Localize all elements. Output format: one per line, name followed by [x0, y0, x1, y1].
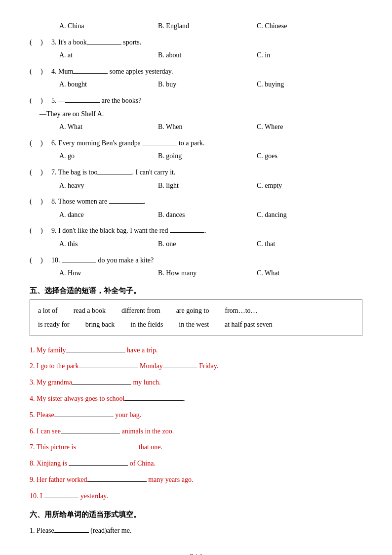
- option-c: C. empty: [257, 179, 355, 193]
- option-a: A. heavy: [59, 179, 158, 193]
- option-c: C. in: [257, 49, 355, 62]
- top-options: A. China B. England C. Chinese: [30, 20, 362, 33]
- word-box-row2: is ready for bring back in the fields in…: [38, 318, 354, 332]
- option-b: B. buy: [158, 78, 257, 91]
- option-c: C. buying: [257, 78, 355, 91]
- left-paren: (: [30, 94, 39, 108]
- phrase-5: from…to…: [225, 304, 258, 318]
- question-text: 8. Those women are .: [51, 195, 145, 209]
- option-b: B. How many: [158, 267, 257, 280]
- option-b: B. dances: [158, 209, 257, 222]
- fill-q9: 9. Her father worked many years ago.: [30, 472, 362, 488]
- question-text: 6. Every morning Ben's grandpa to a park…: [51, 137, 204, 150]
- question-text: 3. It's a book sports.: [51, 36, 141, 49]
- fill-questions: 1. My family have a trip. 2. I go to the…: [30, 343, 362, 504]
- question-8: ( ) 8. Those women are . A. dance B. dan…: [30, 195, 362, 221]
- option-c: C. Where: [257, 121, 355, 134]
- left-paren: (: [30, 36, 39, 49]
- question-text: 9. I don't like the black bag. I want th…: [51, 224, 206, 238]
- option-c: C. goes: [257, 150, 355, 163]
- phrase-10: at half past seven: [225, 318, 273, 332]
- fill-q7: 7. This picture is that one.: [30, 440, 362, 455]
- question-text: 4. Mum some apples yesterday.: [51, 65, 173, 79]
- right-paren: ): [40, 254, 49, 267]
- phrase-9: in the west: [179, 318, 209, 332]
- phrase-8: in the fields: [130, 318, 163, 332]
- option-b: B. one: [158, 238, 257, 251]
- phrase-3: different from: [121, 304, 160, 318]
- fill-q3: 3. My grandma my lunch.: [30, 375, 362, 390]
- question-6: ( ) 6. Every morning Ben's grandpa to a …: [30, 137, 362, 163]
- option-a: A. China: [59, 20, 158, 33]
- question-5: ( ) 5. — are the books? —They are on She…: [30, 94, 362, 134]
- question-text: 5. — are the books?: [51, 94, 141, 108]
- question-10: ( ) 10. do you make a kite? A. How B. Ho…: [30, 254, 362, 280]
- option-b: B. going: [158, 150, 257, 163]
- fill-q5: 5. Please your bag.: [30, 408, 362, 423]
- fill-q4: 4. My sister always goes to school.: [30, 391, 362, 407]
- phrase-4: are going to: [176, 304, 209, 318]
- right-paren: ): [40, 137, 49, 150]
- option-a: A. go: [59, 150, 158, 163]
- option-a: A. How: [59, 267, 158, 280]
- left-paren: (: [30, 224, 39, 238]
- option-a: A. at: [59, 49, 158, 62]
- left-paren: (: [30, 254, 39, 267]
- option-a: A. bought: [59, 78, 158, 91]
- right-paren: ): [40, 94, 49, 108]
- option-b: B. about: [158, 49, 257, 62]
- option-a: A. this: [59, 238, 158, 251]
- question-sub: —They are on Shelf A.: [39, 108, 104, 121]
- phrase-7: bring back: [85, 318, 115, 332]
- right-paren: ): [40, 224, 49, 238]
- option-b: B. light: [158, 179, 257, 193]
- left-paren: (: [30, 65, 39, 79]
- right-paren: ): [40, 195, 49, 209]
- fill-q1: 1. My family have a trip.: [30, 343, 362, 358]
- option-b: B. England: [158, 20, 257, 33]
- right-paren: ): [40, 36, 49, 49]
- phrase-2: read a book: [74, 304, 106, 318]
- question-text: 7. The bag is too. I can't carry it.: [51, 166, 176, 179]
- option-a: A. dance: [59, 209, 158, 222]
- left-paren: (: [30, 195, 39, 209]
- fill-q6: 6. I can see animals in the zoo.: [30, 424, 362, 439]
- question-9: ( ) 9. I don't like the black bag. I wan…: [30, 224, 362, 251]
- phrase-6: is ready for: [38, 318, 70, 332]
- option-c: C. dancing: [257, 209, 355, 222]
- question-4: ( ) 4. Mum some apples yesterday. A. bou…: [30, 65, 362, 91]
- word-box: a lot of read a book different from are …: [30, 299, 362, 336]
- fill-q8: 8. Xinjiang is of China.: [30, 456, 362, 471]
- option-b: B. When: [158, 121, 257, 134]
- left-paren: (: [30, 137, 39, 150]
- fill-q10: 10. I yesterday.: [30, 489, 362, 504]
- question-3: ( ) 3. It's a book sports. A. at B. abou…: [30, 36, 362, 62]
- phrase-1: a lot of: [38, 304, 58, 318]
- option-c: C. What: [257, 267, 355, 280]
- page-number: 2 / 4: [30, 553, 362, 555]
- right-paren: ): [40, 166, 49, 179]
- question-7: ( ) 7. The bag is too. I can't carry it.…: [30, 166, 362, 192]
- section6-title: 六、用所给单词的适当形式填空。: [30, 510, 362, 519]
- option-c: C. Chinese: [257, 20, 355, 33]
- option-c: C. that: [257, 238, 355, 251]
- left-paren: (: [30, 166, 39, 179]
- question-text: 10. do you make a kite?: [51, 254, 154, 267]
- section5-title: 五、选择合适的短语，补全句子。: [30, 286, 362, 296]
- word-box-row1: a lot of read a book different from are …: [38, 304, 354, 318]
- right-paren: ): [40, 65, 49, 79]
- fill-q2: 2. I go to the park Monday Friday.: [30, 359, 362, 374]
- option-a: A. What: [59, 121, 158, 134]
- section6-q1: 1. Please (read)after me.: [30, 523, 362, 539]
